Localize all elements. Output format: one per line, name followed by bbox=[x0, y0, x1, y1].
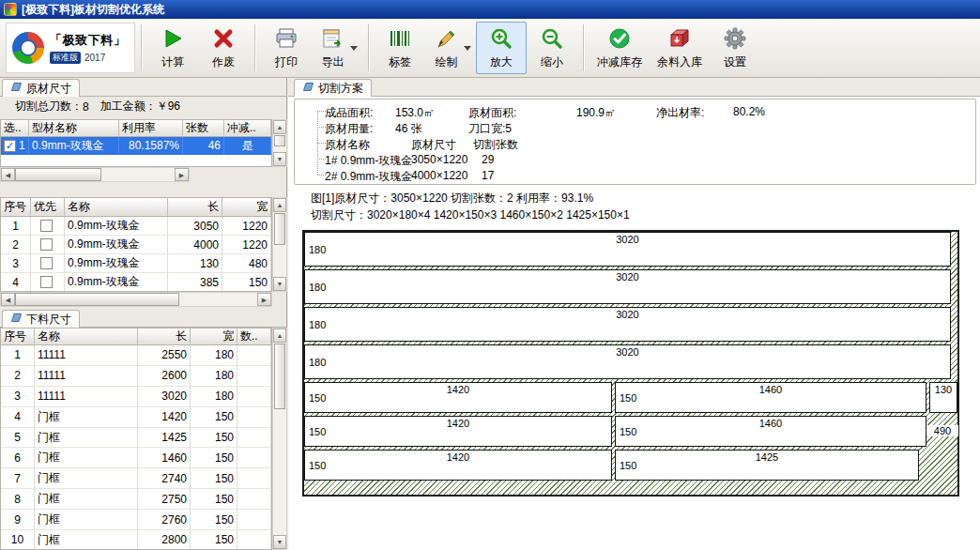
raw-sheets-hscrollbar[interactable] bbox=[0, 292, 272, 307]
gear-icon bbox=[723, 26, 747, 52]
header-material-name[interactable]: 型材名称 bbox=[29, 120, 119, 136]
calculate-button[interactable]: 计算 bbox=[147, 22, 198, 74]
scroll-left-button[interactable] bbox=[1, 168, 15, 181]
cell-priority bbox=[31, 273, 65, 292]
raw-area-value: 190.9㎡ bbox=[576, 105, 616, 121]
header-length[interactable]: 长 bbox=[168, 198, 222, 216]
header-seq[interactable]: 序号 bbox=[1, 328, 35, 344]
deduct-stock-button[interactable]: 冲减库存 bbox=[590, 22, 650, 74]
cell-width: 1220 bbox=[222, 217, 271, 236]
offcut-piece: 130 bbox=[929, 382, 957, 413]
priority-checkbox[interactable] bbox=[40, 238, 53, 251]
scroll-down-button[interactable] bbox=[273, 277, 286, 291]
priority-checkbox[interactable] bbox=[40, 257, 53, 269]
part-row[interactable]: 2 11111 2600 180 bbox=[1, 366, 271, 387]
piece-length-label: 1460 bbox=[616, 384, 926, 395]
label-button[interactable]: 标签 bbox=[375, 22, 425, 74]
header-sheets[interactable]: 张数 bbox=[183, 120, 224, 136]
scroll-thumb[interactable] bbox=[15, 293, 179, 306]
header-name[interactable]: 名称 bbox=[35, 328, 138, 344]
scroll-down-button[interactable] bbox=[273, 535, 286, 549]
header-length[interactable]: 长 bbox=[138, 328, 191, 344]
part-row[interactable]: 6 门框 1460 150 bbox=[1, 448, 271, 468]
header-utilization[interactable]: 利用率 bbox=[119, 120, 183, 136]
draw-button[interactable]: 绘制 bbox=[425, 22, 476, 74]
knife-count-label: 切割总刀数： bbox=[15, 99, 83, 115]
cell-length: 385 bbox=[168, 273, 222, 292]
raw-sheet-row[interactable]: 4 0.9mm-玫瑰金 385 150 bbox=[1, 273, 271, 292]
left-panel: 原材尺寸 切割总刀数： 8 加工金额： ￥96 选.. 型材名称 利用率 张数 … bbox=[0, 78, 287, 550]
cell-width: 150 bbox=[191, 407, 237, 428]
tab-cutting-plan[interactable]: 切割方案 bbox=[294, 79, 372, 97]
material-usage-row[interactable]: 1 0.9mm-玫瑰金 80.1587% 46 是 bbox=[1, 137, 271, 155]
scroll-right-button[interactable] bbox=[175, 168, 189, 181]
scroll-up-button[interactable] bbox=[273, 198, 286, 212]
tab-cut-parts[interactable]: 下料尺寸 bbox=[2, 310, 80, 328]
table-header-row: 序号 优先 名称 长 宽 bbox=[1, 198, 271, 217]
export-button[interactable]: 导出 bbox=[312, 22, 362, 74]
part-row[interactable]: 4 门框 1420 150 bbox=[1, 407, 271, 428]
scroll-right-button[interactable] bbox=[257, 293, 271, 306]
print-button[interactable]: 打印 bbox=[261, 22, 312, 74]
header-select[interactable]: 选.. bbox=[1, 120, 29, 136]
header-width[interactable]: 宽 bbox=[222, 198, 271, 216]
row-checkbox[interactable] bbox=[4, 140, 16, 152]
scroll-thumb[interactable] bbox=[274, 213, 285, 245]
toolbar-separator bbox=[141, 24, 142, 71]
header-name[interactable]: 名称 bbox=[65, 198, 168, 216]
scroll-up-button[interactable] bbox=[273, 120, 286, 134]
scroll-track[interactable] bbox=[179, 293, 257, 306]
void-button[interactable]: 作废 bbox=[198, 22, 249, 74]
scroll-track[interactable] bbox=[101, 168, 175, 181]
parts-vscrollbar[interactable] bbox=[272, 328, 287, 550]
figure-title: 图[1]原材尺寸：3050×1220 切割张数：2 利用率：93.1% bbox=[311, 191, 593, 206]
part-row[interactable]: 8 门框 2750 150 bbox=[1, 489, 271, 510]
toolbar: 「极致下料」 标准版 2017 计算 作废 bbox=[0, 19, 980, 78]
scroll-down-button[interactable] bbox=[273, 152, 286, 166]
header-seq[interactable]: 序号 bbox=[1, 198, 31, 216]
chevron-down-icon[interactable] bbox=[464, 46, 471, 51]
priority-checkbox[interactable] bbox=[40, 220, 53, 232]
part-row[interactable]: 10 门框 2800 150 bbox=[1, 530, 271, 550]
raw-sheet-row[interactable]: 3 0.9mm-玫瑰金 130 480 bbox=[1, 254, 271, 273]
cell-material-name: 0.9mm-玫瑰金 bbox=[29, 137, 119, 155]
logo-text: 「极致下料」 标准版 2017 bbox=[50, 32, 126, 64]
cell-seq: 7 bbox=[1, 468, 35, 489]
settings-button[interactable]: 设置 bbox=[710, 22, 760, 74]
raw-sheets-vscrollbar[interactable] bbox=[272, 197, 287, 292]
priority-checkbox[interactable] bbox=[40, 276, 53, 288]
cell-qty bbox=[237, 345, 271, 366]
header-qty[interactable]: 数.. bbox=[237, 328, 271, 344]
zoom-in-button[interactable]: 放大 bbox=[476, 22, 527, 74]
scroll-thumb[interactable] bbox=[274, 344, 285, 409]
part-row[interactable]: 5 门框 1425 150 bbox=[1, 428, 271, 449]
material-usage-hscrollbar[interactable] bbox=[0, 167, 190, 182]
scroll-up-button[interactable] bbox=[273, 328, 286, 343]
cell-name: 0.9mm-玫瑰金 bbox=[65, 273, 168, 292]
remnant-in-label: 余料入库 bbox=[657, 54, 702, 70]
raw-sheet-row[interactable]: 2 0.9mm-玫瑰金 4000 1220 bbox=[1, 236, 271, 254]
deduct-stock-label: 冲减库存 bbox=[597, 54, 642, 70]
zoom-out-button[interactable]: 缩小 bbox=[527, 22, 577, 74]
tab-raw-materials[interactable]: 原材尺寸 bbox=[2, 79, 80, 97]
materials-summary: 切割总刀数： 8 加工金额： ￥96 bbox=[15, 99, 180, 115]
header-priority[interactable]: 优先 bbox=[31, 198, 65, 216]
header-width[interactable]: 宽 bbox=[191, 328, 237, 344]
part-row[interactable]: 3 11111 3020 180 bbox=[1, 387, 271, 407]
remnant-in-button[interactable]: 余料入库 bbox=[650, 22, 710, 74]
part-row[interactable]: 7 门框 2740 150 bbox=[1, 468, 271, 489]
part-row[interactable]: 1 11111 2550 180 bbox=[1, 345, 271, 366]
cell-width: 150 bbox=[191, 468, 237, 489]
material-2-size: 4000×1220 bbox=[411, 169, 467, 182]
scroll-thumb[interactable] bbox=[274, 135, 285, 146]
header-deduct[interactable]: 冲减.. bbox=[224, 120, 271, 136]
material-usage-vscrollbar[interactable] bbox=[272, 119, 287, 167]
col-material-size: 原材尺寸 bbox=[411, 137, 456, 153]
part-row[interactable]: 9 门框 2760 150 bbox=[1, 510, 271, 530]
raw-area-label: 原材面积: bbox=[468, 105, 516, 121]
scroll-left-button[interactable] bbox=[1, 293, 15, 306]
chevron-down-icon[interactable] bbox=[350, 46, 358, 51]
scroll-thumb[interactable] bbox=[15, 168, 101, 181]
sheet-icon bbox=[10, 82, 23, 95]
raw-sheet-row[interactable]: 1 0.9mm-玫瑰金 3050 1220 bbox=[1, 217, 271, 236]
